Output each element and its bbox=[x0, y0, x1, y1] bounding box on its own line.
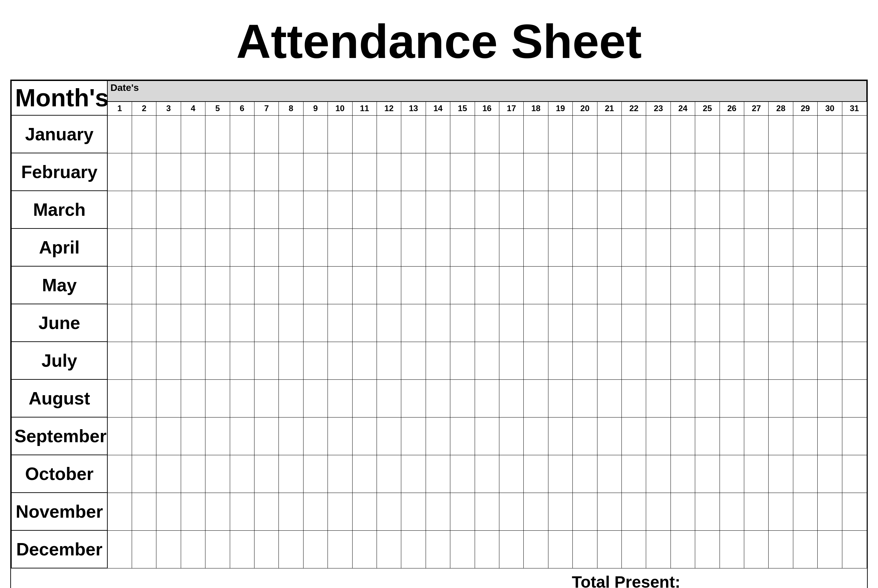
attendance-cell[interactable] bbox=[818, 455, 842, 493]
attendance-cell[interactable] bbox=[279, 266, 303, 304]
attendance-cell[interactable] bbox=[719, 266, 744, 304]
attendance-cell[interactable] bbox=[279, 304, 303, 342]
attendance-cell[interactable] bbox=[646, 342, 671, 380]
attendance-cell[interactable] bbox=[548, 530, 572, 568]
attendance-cell[interactable] bbox=[622, 455, 646, 493]
attendance-cell[interactable] bbox=[719, 304, 744, 342]
attendance-cell[interactable] bbox=[107, 304, 132, 342]
attendance-cell[interactable] bbox=[475, 455, 499, 493]
attendance-cell[interactable] bbox=[573, 380, 597, 417]
attendance-cell[interactable] bbox=[254, 342, 279, 380]
attendance-cell[interactable] bbox=[475, 493, 499, 530]
attendance-cell[interactable] bbox=[671, 153, 695, 191]
attendance-cell[interactable] bbox=[352, 380, 376, 417]
attendance-cell[interactable] bbox=[646, 380, 671, 417]
attendance-cell[interactable] bbox=[401, 153, 426, 191]
attendance-cell[interactable] bbox=[769, 153, 793, 191]
attendance-cell[interactable] bbox=[205, 342, 230, 380]
attendance-cell[interactable] bbox=[573, 228, 597, 266]
attendance-cell[interactable] bbox=[842, 304, 867, 342]
attendance-cell[interactable] bbox=[401, 455, 426, 493]
attendance-cell[interactable] bbox=[524, 380, 548, 417]
attendance-cell[interactable] bbox=[695, 304, 719, 342]
attendance-cell[interactable] bbox=[254, 304, 279, 342]
attendance-cell[interactable] bbox=[254, 493, 279, 530]
attendance-cell[interactable] bbox=[401, 417, 426, 455]
attendance-cell[interactable] bbox=[205, 266, 230, 304]
attendance-cell[interactable] bbox=[132, 530, 156, 568]
attendance-cell[interactable] bbox=[450, 342, 475, 380]
attendance-cell[interactable] bbox=[671, 417, 695, 455]
attendance-cell[interactable] bbox=[156, 455, 181, 493]
attendance-cell[interactable] bbox=[842, 115, 867, 153]
attendance-cell[interactable] bbox=[426, 380, 450, 417]
attendance-cell[interactable] bbox=[499, 304, 524, 342]
attendance-cell[interactable] bbox=[548, 455, 572, 493]
attendance-cell[interactable] bbox=[279, 493, 303, 530]
attendance-cell[interactable] bbox=[818, 342, 842, 380]
attendance-cell[interactable] bbox=[695, 530, 719, 568]
attendance-cell[interactable] bbox=[450, 455, 475, 493]
attendance-cell[interactable] bbox=[842, 380, 867, 417]
attendance-cell[interactable] bbox=[132, 455, 156, 493]
attendance-cell[interactable] bbox=[254, 153, 279, 191]
attendance-cell[interactable] bbox=[573, 342, 597, 380]
attendance-cell[interactable] bbox=[548, 304, 572, 342]
attendance-cell[interactable] bbox=[303, 455, 328, 493]
attendance-cell[interactable] bbox=[719, 493, 744, 530]
attendance-cell[interactable] bbox=[695, 455, 719, 493]
attendance-cell[interactable] bbox=[744, 455, 769, 493]
attendance-cell[interactable] bbox=[597, 304, 622, 342]
attendance-cell[interactable] bbox=[156, 304, 181, 342]
attendance-cell[interactable] bbox=[279, 417, 303, 455]
attendance-cell[interactable] bbox=[499, 493, 524, 530]
attendance-cell[interactable] bbox=[205, 304, 230, 342]
attendance-cell[interactable] bbox=[254, 417, 279, 455]
attendance-cell[interactable] bbox=[573, 417, 597, 455]
attendance-cell[interactable] bbox=[376, 304, 401, 342]
attendance-cell[interactable] bbox=[548, 266, 572, 304]
attendance-cell[interactable] bbox=[597, 153, 622, 191]
attendance-cell[interactable] bbox=[303, 228, 328, 266]
attendance-cell[interactable] bbox=[279, 455, 303, 493]
attendance-cell[interactable] bbox=[401, 530, 426, 568]
attendance-cell[interactable] bbox=[352, 342, 376, 380]
attendance-cell[interactable] bbox=[376, 342, 401, 380]
attendance-cell[interactable] bbox=[303, 153, 328, 191]
attendance-cell[interactable] bbox=[622, 153, 646, 191]
attendance-cell[interactable] bbox=[107, 530, 132, 568]
attendance-cell[interactable] bbox=[769, 266, 793, 304]
attendance-cell[interactable] bbox=[352, 304, 376, 342]
attendance-cell[interactable] bbox=[793, 228, 817, 266]
attendance-cell[interactable] bbox=[132, 228, 156, 266]
attendance-cell[interactable] bbox=[573, 266, 597, 304]
attendance-cell[interactable] bbox=[793, 304, 817, 342]
attendance-cell[interactable] bbox=[132, 191, 156, 228]
attendance-cell[interactable] bbox=[107, 493, 132, 530]
attendance-cell[interactable] bbox=[352, 228, 376, 266]
attendance-cell[interactable] bbox=[769, 115, 793, 153]
attendance-cell[interactable] bbox=[622, 191, 646, 228]
attendance-cell[interactable] bbox=[646, 417, 671, 455]
attendance-cell[interactable] bbox=[548, 228, 572, 266]
attendance-cell[interactable] bbox=[303, 417, 328, 455]
attendance-cell[interactable] bbox=[156, 153, 181, 191]
attendance-cell[interactable] bbox=[475, 266, 499, 304]
attendance-cell[interactable] bbox=[401, 191, 426, 228]
attendance-cell[interactable] bbox=[793, 493, 817, 530]
attendance-cell[interactable] bbox=[205, 115, 230, 153]
attendance-cell[interactable] bbox=[695, 342, 719, 380]
attendance-cell[interactable] bbox=[548, 417, 572, 455]
attendance-cell[interactable] bbox=[793, 115, 817, 153]
attendance-cell[interactable] bbox=[573, 530, 597, 568]
attendance-cell[interactable] bbox=[793, 191, 817, 228]
attendance-cell[interactable] bbox=[769, 493, 793, 530]
attendance-cell[interactable] bbox=[132, 493, 156, 530]
attendance-cell[interactable] bbox=[205, 191, 230, 228]
attendance-cell[interactable] bbox=[230, 380, 254, 417]
attendance-cell[interactable] bbox=[499, 342, 524, 380]
attendance-cell[interactable] bbox=[156, 380, 181, 417]
attendance-cell[interactable] bbox=[695, 191, 719, 228]
attendance-cell[interactable] bbox=[230, 342, 254, 380]
attendance-cell[interactable] bbox=[376, 228, 401, 266]
